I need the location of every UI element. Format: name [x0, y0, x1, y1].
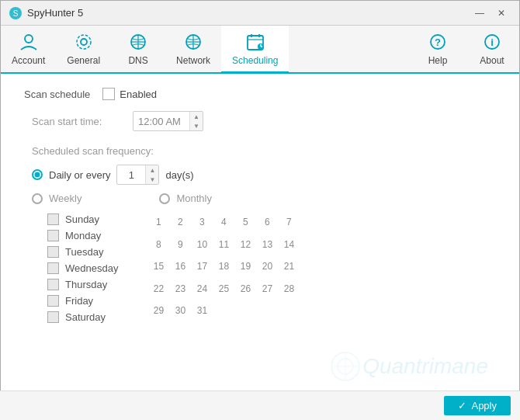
scan-schedule-label: Scan schedule	[24, 89, 90, 100]
apply-button[interactable]: ✓ Apply	[444, 396, 511, 415]
day-spinner-up[interactable]: ▲	[146, 165, 158, 175]
cal-day-30[interactable]: 30	[171, 302, 189, 319]
cal-day-31[interactable]: 31	[192, 302, 211, 319]
cal-day-19[interactable]: 19	[236, 258, 255, 275]
cal-day-18[interactable]: 18	[214, 258, 233, 275]
cal-day-9[interactable]: 9	[171, 236, 189, 253]
nav-item-scheduling[interactable]: Scheduling	[221, 26, 289, 74]
cal-day-11[interactable]: 11	[214, 236, 233, 253]
nav-item-network[interactable]: Network	[165, 26, 221, 74]
cal-day-26[interactable]: 26	[236, 280, 255, 297]
tuesday-checkbox[interactable]	[47, 246, 59, 258]
wednesday-checkbox[interactable]	[47, 262, 59, 274]
cal-day-27[interactable]: 27	[258, 280, 276, 297]
days-list: Sunday Monday Tuesday Wednesday Thursday…	[47, 213, 118, 323]
cal-day-29[interactable]: 29	[149, 302, 168, 319]
nav-label-scheduling: Scheduling	[232, 55, 278, 66]
enabled-label: Enabled	[120, 89, 157, 100]
cal-day-15[interactable]: 15	[149, 258, 168, 275]
close-button[interactable]: ✕	[491, 5, 511, 22]
cal-day-21[interactable]: 21	[279, 258, 298, 275]
cal-day-28[interactable]: 28	[279, 280, 298, 297]
titlebar: S SpyHunter 5 — ✕	[1, 1, 519, 26]
time-input[interactable]	[133, 112, 189, 130]
svg-point-22	[331, 352, 359, 380]
friday-checkbox[interactable]	[47, 295, 59, 307]
enabled-checkbox[interactable]	[102, 88, 115, 100]
thursday-checkbox[interactable]	[47, 279, 59, 290]
day-input-wrap: ▲ ▼	[116, 165, 159, 185]
cal-day-10[interactable]: 10	[192, 236, 211, 253]
minimize-button[interactable]: —	[470, 5, 490, 22]
nav-item-general[interactable]: General	[56, 26, 111, 74]
cal-day-8[interactable]: 8	[149, 236, 168, 253]
enabled-checkbox-wrap: Enabled	[102, 88, 157, 100]
day-item-sunday: Sunday	[47, 213, 118, 225]
cal-day-13[interactable]: 13	[258, 236, 276, 253]
weekly-label: Weekly	[49, 193, 81, 204]
cal-day-6[interactable]: 6	[258, 213, 276, 231]
cal-day-7[interactable]: 7	[279, 213, 298, 231]
nav-item-account[interactable]: Account	[1, 26, 56, 74]
cal-day-12[interactable]: 12	[236, 236, 255, 253]
day-spinner-down[interactable]: ▼	[146, 175, 158, 184]
saturday-checkbox[interactable]	[47, 311, 59, 323]
day-item-thursday: Thursday	[47, 279, 118, 290]
cal-day-16[interactable]: 16	[171, 258, 189, 275]
weekly-monthly-row: Weekly Monthly	[24, 193, 496, 204]
scan-start-time-row: Scan start time: ▲ ▼	[24, 111, 496, 131]
day-item-saturday: Saturday	[47, 311, 118, 323]
help-icon: ?	[427, 31, 449, 53]
cal-day-24[interactable]: 24	[192, 280, 211, 297]
time-input-wrap: ▲ ▼	[133, 111, 203, 131]
sunday-checkbox[interactable]	[47, 213, 59, 225]
daily-radio[interactable]	[32, 169, 43, 180]
about-icon: i	[481, 31, 503, 53]
nav-item-about[interactable]: i About	[465, 26, 519, 74]
cal-day-25[interactable]: 25	[214, 280, 233, 297]
cal-day-1[interactable]: 1	[149, 213, 168, 231]
nav-label-general: General	[67, 55, 100, 66]
svg-point-4	[77, 35, 91, 49]
network-icon	[182, 31, 204, 53]
weekly-radio[interactable]	[32, 193, 43, 204]
monthly-item: Monthly	[159, 193, 212, 204]
cal-day-5[interactable]: 5	[236, 213, 255, 231]
tuesday-label: Tuesday	[65, 246, 103, 258]
nav-label-help: Help	[428, 55, 448, 66]
monthly-label: Monthly	[176, 193, 212, 204]
app-icon: S	[9, 6, 23, 20]
cal-day-2[interactable]: 2	[171, 213, 189, 231]
day-item-wednesday: Wednesday	[47, 262, 118, 274]
monthly-radio[interactable]	[159, 193, 170, 204]
day-input[interactable]	[117, 165, 145, 184]
scan-schedule-row: Scan schedule Enabled	[24, 88, 496, 100]
app-title: SpyHunter 5	[27, 7, 470, 19]
watermark: Quantrimane	[328, 349, 488, 384]
footer: ✓ Apply	[0, 390, 520, 420]
monday-label: Monday	[65, 230, 101, 241]
nav-item-help[interactable]: ? Help	[411, 26, 465, 74]
cal-day-22[interactable]: 22	[149, 280, 168, 297]
time-spinners: ▲ ▼	[189, 112, 203, 130]
scan-start-time-label: Scan start time:	[32, 116, 125, 127]
dns-icon	[127, 31, 149, 53]
cal-day-4[interactable]: 4	[214, 213, 233, 231]
nav-label-account: Account	[12, 55, 45, 66]
nav-item-dns[interactable]: DNS	[111, 26, 165, 74]
cal-day-23[interactable]: 23	[171, 280, 189, 297]
time-spinner-down[interactable]: ▼	[190, 121, 203, 130]
thursday-label: Thursday	[65, 279, 107, 290]
wednesday-label: Wednesday	[65, 262, 118, 274]
apply-check-icon: ✓	[458, 400, 466, 411]
time-spinner-up[interactable]: ▲	[190, 112, 203, 121]
cal-day-20[interactable]: 20	[258, 258, 276, 275]
cal-day-17[interactable]: 17	[192, 258, 211, 275]
cal-day-14[interactable]: 14	[279, 236, 298, 253]
cal-day-3[interactable]: 3	[192, 213, 211, 231]
svg-point-3	[81, 39, 87, 45]
days-unit: day(s)	[165, 169, 193, 181]
monday-checkbox[interactable]	[47, 230, 59, 241]
svg-text:?: ?	[435, 36, 441, 48]
weekly-item: Weekly	[32, 193, 81, 204]
